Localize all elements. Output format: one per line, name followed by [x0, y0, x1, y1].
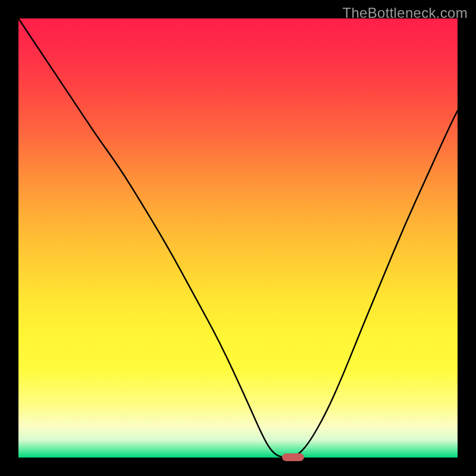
chart-frame: TheBottleneck.com: [0, 0, 476, 476]
optimal-marker: [282, 453, 304, 461]
curve-path: [18, 18, 458, 458]
watermark-text: TheBottleneck.com: [342, 5, 468, 21]
plot-area: [18, 18, 458, 458]
bottleneck-curve: [18, 18, 458, 458]
